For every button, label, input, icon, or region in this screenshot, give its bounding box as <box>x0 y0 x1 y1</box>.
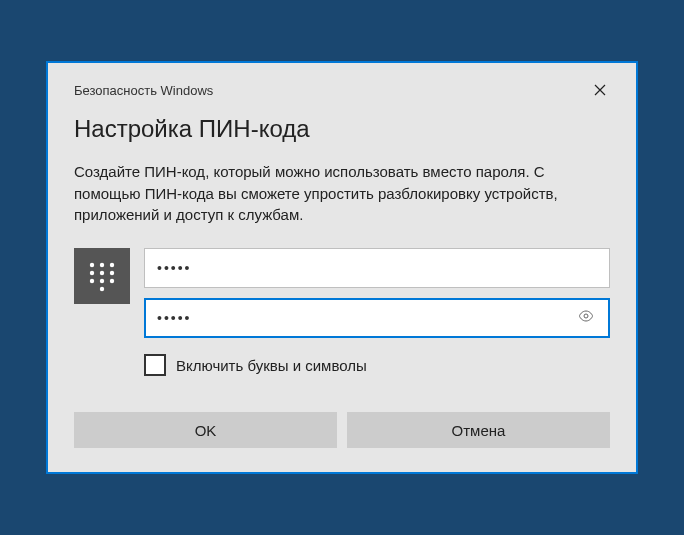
eye-icon <box>578 308 594 328</box>
svg-point-1 <box>100 263 104 267</box>
svg-point-7 <box>100 279 104 283</box>
keypad-icon <box>74 248 130 304</box>
close-icon <box>594 82 606 100</box>
close-button[interactable] <box>590 81 610 101</box>
pin-inputs <box>144 248 610 338</box>
svg-point-0 <box>90 263 94 267</box>
svg-point-6 <box>90 279 94 283</box>
titlebar-title: Безопасность Windows <box>74 83 213 98</box>
pin-confirm-input[interactable] <box>157 310 575 326</box>
checkbox-label: Включить буквы и символы <box>176 357 367 374</box>
dialog-heading: Настройка ПИН-кода <box>74 115 610 143</box>
dialog-description: Создайте ПИН-код, который можно использо… <box>74 161 610 226</box>
pin-confirm-field[interactable] <box>144 298 610 338</box>
titlebar: Безопасность Windows <box>74 81 610 101</box>
svg-point-9 <box>100 287 104 291</box>
svg-point-4 <box>100 271 104 275</box>
svg-point-5 <box>110 271 114 275</box>
pin-setup-dialog: Безопасность Windows Настройка ПИН-кода … <box>46 61 638 474</box>
reveal-password-button[interactable] <box>575 307 597 329</box>
svg-point-10 <box>584 314 588 318</box>
svg-point-3 <box>90 271 94 275</box>
input-area <box>74 248 610 338</box>
svg-point-8 <box>110 279 114 283</box>
ok-button[interactable]: OK <box>74 412 337 448</box>
button-row: OK Отмена <box>74 412 610 448</box>
pin-field[interactable] <box>144 248 610 288</box>
checkbox-row: Включить буквы и символы <box>144 354 610 376</box>
cancel-button[interactable]: Отмена <box>347 412 610 448</box>
pin-input[interactable] <box>157 260 597 276</box>
svg-point-2 <box>110 263 114 267</box>
letters-symbols-checkbox[interactable] <box>144 354 166 376</box>
